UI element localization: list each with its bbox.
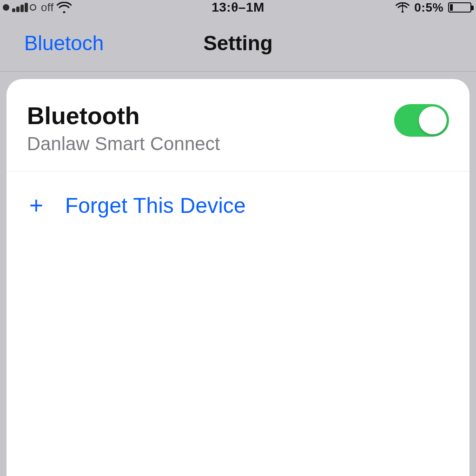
battery-percent: 0:5%: [414, 0, 443, 15]
nav-bar: Bluetoch Setting: [0, 15, 476, 72]
status-right: 0:5%: [396, 0, 471, 15]
toggle-knob: [419, 106, 447, 134]
carrier-label: off: [41, 1, 54, 14]
plus-icon: +: [27, 193, 46, 218]
status-bar: off 13:θ–1M 0:5%: [0, 0, 476, 15]
page-title: Setting: [203, 32, 272, 55]
status-time: 13:θ–1M: [212, 0, 264, 15]
connected-device-name: Danlaw Smart Connect: [27, 133, 394, 154]
bluetooth-title: Bluetooth: [27, 103, 394, 129]
forget-device-label: Forget This Device: [65, 193, 246, 218]
cellular-signal-icon: [3, 3, 36, 12]
bluetooth-toggle[interactable]: [394, 104, 449, 137]
status-left: off: [3, 0, 72, 15]
settings-card: Bluetooth Danlaw Smart Connect + Forget …: [7, 79, 469, 476]
back-button[interactable]: Bluetoch: [24, 32, 104, 55]
wifi-icon: [57, 2, 72, 13]
forget-device-button[interactable]: + Forget This Device: [7, 172, 469, 218]
bluetooth-text-block: Bluetooth Danlaw Smart Connect: [27, 103, 394, 154]
secondary-wifi-icon: [396, 2, 410, 13]
bluetooth-row: Bluetooth Danlaw Smart Connect: [7, 103, 469, 172]
battery-icon: [448, 2, 471, 13]
